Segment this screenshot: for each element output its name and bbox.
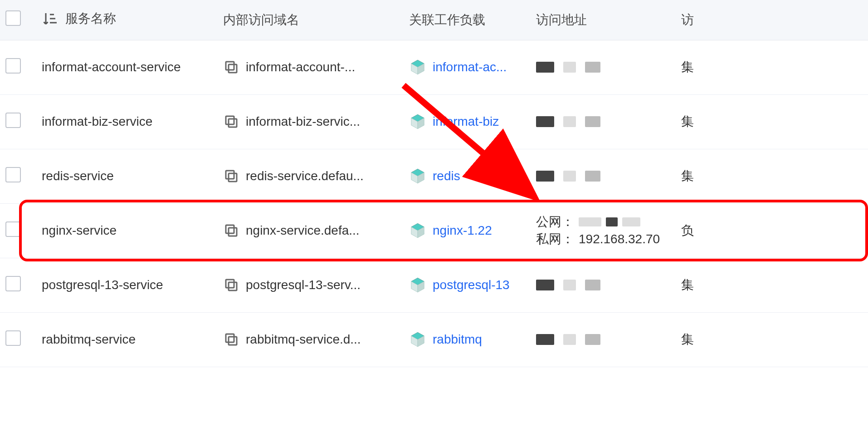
internal-domain: redis-service.defau... xyxy=(246,169,364,183)
col-header-workload[interactable]: 关联工作负载 xyxy=(409,13,485,27)
svg-rect-5 xyxy=(226,171,234,179)
private-label: 私网： xyxy=(536,231,574,248)
svg-rect-6 xyxy=(229,228,237,236)
workload-link[interactable]: rabbitmq xyxy=(433,332,482,347)
access-type: 集 xyxy=(681,169,694,183)
svg-rect-10 xyxy=(229,337,237,345)
internal-domain: nginx-service.defa... xyxy=(246,223,360,238)
public-ip-redacted xyxy=(606,217,618,226)
access-address-redacted xyxy=(536,334,670,345)
row-checkbox[interactable] xyxy=(5,113,21,128)
access-type: 集 xyxy=(681,60,694,74)
cube-icon xyxy=(409,222,426,239)
access-type: 集 xyxy=(681,332,694,346)
internal-domain: rabbitmq-service.d... xyxy=(246,332,361,347)
internal-domain: postgresql-13-serv... xyxy=(246,278,361,292)
access-type: 集 xyxy=(681,278,694,292)
service-name[interactable]: informat-biz-service xyxy=(42,114,152,128)
service-name[interactable]: redis-service xyxy=(42,169,114,183)
cube-icon xyxy=(409,167,426,185)
public-ip-redacted xyxy=(622,217,640,226)
col-header-service-name[interactable]: 服务名称 xyxy=(65,10,116,27)
table-row[interactable]: informat-account-service informat-accoun… xyxy=(0,40,868,94)
table-row[interactable]: redis-service redis-service.defau... red… xyxy=(0,149,868,203)
cube-icon xyxy=(409,331,426,348)
service-name[interactable]: rabbitmq-service xyxy=(42,332,136,346)
copy-icon[interactable] xyxy=(223,222,239,239)
access-address-redacted xyxy=(536,62,670,73)
table-row[interactable]: informat-biz-service informat-biz-servic… xyxy=(0,94,868,149)
svg-rect-7 xyxy=(226,225,234,233)
access-address-redacted xyxy=(536,116,670,127)
cube-icon xyxy=(409,59,426,76)
copy-icon[interactable] xyxy=(223,277,239,293)
access-type: 集 xyxy=(681,114,694,128)
internal-domain: informat-account-... xyxy=(246,60,355,74)
public-ip-redacted xyxy=(579,217,601,226)
workload-link[interactable]: redis xyxy=(433,169,460,183)
select-all-checkbox[interactable] xyxy=(5,10,21,26)
row-checkbox[interactable] xyxy=(5,330,21,346)
service-name[interactable]: nginx-service xyxy=(42,223,117,237)
svg-rect-2 xyxy=(229,119,237,127)
copy-icon[interactable] xyxy=(223,113,239,130)
workload-link[interactable]: informat-biz xyxy=(433,114,499,129)
row-checkbox[interactable] xyxy=(5,221,21,237)
svg-rect-3 xyxy=(226,116,234,124)
cube-icon xyxy=(409,276,426,294)
access-address-redacted xyxy=(536,280,670,290)
row-checkbox[interactable] xyxy=(5,276,21,291)
table-row[interactable]: rabbitmq-service rabbitmq-service.d... r… xyxy=(0,312,868,367)
workload-link[interactable]: nginx-1.22 xyxy=(433,223,492,238)
row-checkbox[interactable] xyxy=(5,167,21,182)
svg-rect-9 xyxy=(226,280,234,288)
access-address: 公网： 私网： 192.168.32.70 xyxy=(536,213,670,248)
copy-icon[interactable] xyxy=(223,331,239,348)
services-table: 服务名称 内部访问域名 关联工作负载 访问地址 访 informat-accou… xyxy=(0,0,868,367)
col-header-access-addr[interactable]: 访问地址 xyxy=(536,13,587,27)
public-label: 公网： xyxy=(536,213,574,231)
svg-rect-1 xyxy=(226,62,234,70)
svg-rect-4 xyxy=(229,173,237,182)
access-type: 负 xyxy=(681,223,694,237)
sort-icon[interactable] xyxy=(42,10,58,27)
copy-icon[interactable] xyxy=(223,168,239,184)
col-header-internal-domain[interactable]: 内部访问域名 xyxy=(223,13,299,27)
workload-link[interactable]: postgresql-13 xyxy=(433,278,510,292)
table-row[interactable]: nginx-service nginx-service.defa... ngin… xyxy=(0,203,868,258)
service-name[interactable]: postgresql-13-service xyxy=(42,278,163,292)
private-ip: 192.168.32.70 xyxy=(579,231,660,248)
svg-rect-11 xyxy=(226,334,234,342)
access-address-redacted xyxy=(536,171,670,182)
workload-link[interactable]: informat-ac... xyxy=(433,60,507,74)
copy-icon[interactable] xyxy=(223,59,239,75)
cube-icon xyxy=(409,113,426,130)
svg-rect-0 xyxy=(229,64,237,73)
row-checkbox[interactable] xyxy=(5,58,21,74)
svg-rect-8 xyxy=(229,282,237,290)
col-header-access-type[interactable]: 访 xyxy=(681,13,694,27)
table-row[interactable]: postgresql-13-service postgresql-13-serv… xyxy=(0,258,868,312)
internal-domain: informat-biz-servic... xyxy=(246,114,360,129)
service-name[interactable]: informat-account-service xyxy=(42,60,181,74)
table-header-row: 服务名称 内部访问域名 关联工作负载 访问地址 访 xyxy=(0,0,868,40)
